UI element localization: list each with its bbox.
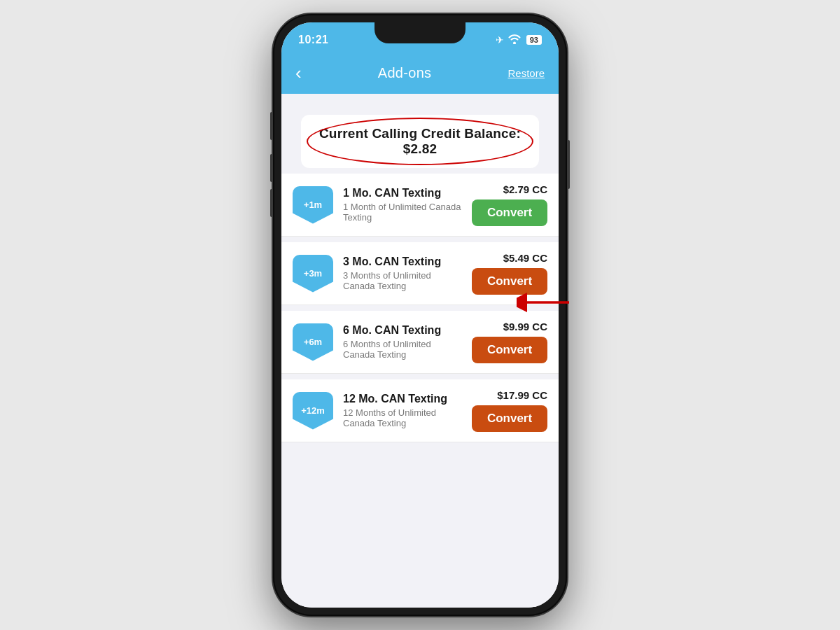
addon-badge: +12m <box>293 392 333 430</box>
addon-price: $17.99 CC <box>497 389 547 401</box>
addon-right: $9.99 CCConvert <box>472 321 547 363</box>
balance-display: Current Calling Credit Balance: $2.82 <box>319 126 521 156</box>
addon-subtitle: 6 Months of Unlimited Canada Texting <box>343 339 462 360</box>
addon-price: $5.49 CC <box>503 252 547 264</box>
addon-info: 12 Mo. CAN Texting12 Months of Unlimited… <box>343 393 462 428</box>
addon-right: $17.99 CCConvert <box>472 389 547 432</box>
status-time: 10:21 <box>298 34 328 46</box>
addon-item: +1m1 Mo. CAN Texting1 Month of Unlimited… <box>281 174 559 237</box>
addon-title: 6 Mo. CAN Texting <box>343 324 462 337</box>
addon-title: 12 Mo. CAN Texting <box>343 393 462 405</box>
addon-info: 6 Mo. CAN Texting6 Months of Unlimited C… <box>343 324 462 360</box>
addon-badge: +6m <box>293 323 333 361</box>
addon-list: +1m1 Mo. CAN Texting1 Month of Unlimited… <box>281 168 559 442</box>
nav-bar: ‹ Add-ons Restore <box>281 57 559 94</box>
convert-button[interactable]: Convert <box>472 200 547 226</box>
addon-price: $2.79 CC <box>503 183 547 195</box>
back-button[interactable]: ‹ <box>295 64 302 82</box>
addon-info: 3 Mo. CAN Texting3 Months of Unlimited C… <box>343 255 462 291</box>
page-title: Add-ons <box>378 65 432 81</box>
addon-subtitle: 12 Months of Unlimited Canada Texting <box>343 407 462 428</box>
addon-badge: +1m <box>293 186 333 224</box>
addon-item: +12m12 Mo. CAN Texting12 Months of Unlim… <box>281 379 559 442</box>
addon-subtitle: 3 Months of Unlimited Canada Texting <box>343 270 462 291</box>
addon-right: $2.79 CCConvert <box>472 183 547 226</box>
addon-info: 1 Mo. CAN Texting1 Month of Unlimited Ca… <box>343 187 462 223</box>
phone-device: 10:21 ✈ 93 ‹ Add-ons Restore <box>273 14 567 616</box>
phone-notch <box>374 22 465 43</box>
battery-level: 93 <box>526 35 542 45</box>
status-icons: ✈ 93 <box>496 34 542 46</box>
convert-button[interactable]: Convert <box>472 268 547 295</box>
addon-item: +6m6 Mo. CAN Texting6 Months of Unlimite… <box>281 311 559 374</box>
balance-section-wrapper: Current Calling Credit Balance: $2.82 <box>281 104 559 168</box>
addon-title: 1 Mo. CAN Texting <box>343 187 462 200</box>
convert-button[interactable]: Convert <box>472 405 547 432</box>
convert-button[interactable]: Convert <box>472 337 547 363</box>
addon-price: $9.99 CC <box>503 321 547 332</box>
wifi-icon <box>508 34 521 46</box>
balance-section: Current Calling Credit Balance: $2.82 <box>301 115 539 168</box>
addon-subtitle: 1 Month of Unlimited Canada Texting <box>343 202 462 223</box>
restore-button[interactable]: Restore <box>507 67 545 79</box>
addon-right: $5.49 CCConvert <box>472 252 547 295</box>
phone-screen: 10:21 ✈ 93 ‹ Add-ons Restore <box>281 22 559 608</box>
screen-content: Current Calling Credit Balance: $2.82 +1… <box>281 94 559 608</box>
addon-title: 3 Mo. CAN Texting <box>343 255 462 268</box>
addon-item: +3m3 Mo. CAN Texting3 Months of Unlimite… <box>281 242 559 305</box>
addon-badge: +3m <box>293 255 333 293</box>
airplane-icon: ✈ <box>496 34 504 46</box>
